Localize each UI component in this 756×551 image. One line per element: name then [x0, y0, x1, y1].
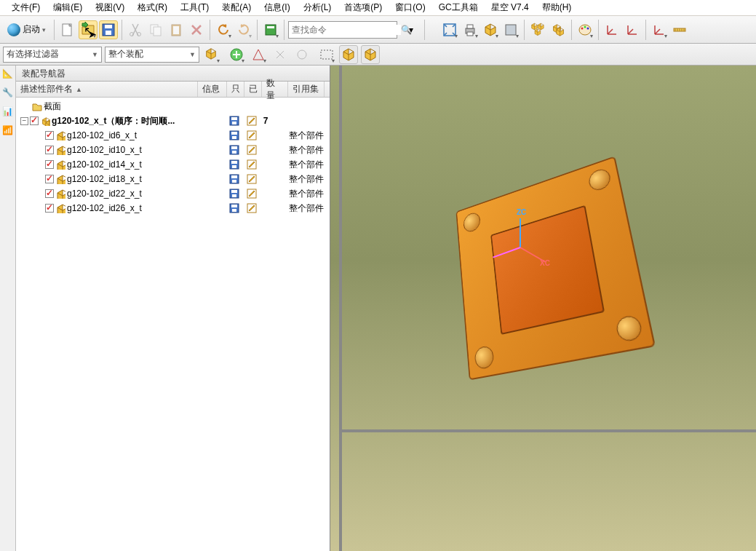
tree-child-row[interactable]: g120-102_id26_x_t整个部件 — [16, 201, 330, 215]
menu-view[interactable]: 视图(V) — [89, 0, 130, 15]
part-icon — [55, 174, 65, 184]
lefticon-2[interactable]: 🔧 — [2, 87, 14, 99]
book-button[interactable] — [261, 20, 280, 39]
header-qty[interactable]: 数量 — [262, 82, 288, 97]
child-ref: 整个部件 — [286, 159, 330, 171]
menu-format[interactable]: 格式(R) — [132, 0, 173, 15]
checkbox[interactable] — [45, 131, 54, 140]
svg-point-28 — [298, 50, 306, 59]
copy-button[interactable] — [146, 20, 165, 39]
part-icon — [55, 189, 65, 199]
measure-button[interactable] — [670, 20, 689, 39]
undo-button[interactable] — [214, 20, 233, 39]
menu-help[interactable]: 帮助(H) — [536, 0, 578, 15]
paste-button[interactable] — [167, 20, 186, 39]
navigator-tree: 截面 − g120-102_x_t（顺序：时间顺... 7 g120-102_i… — [16, 98, 330, 551]
viewport[interactable]: ZC XC — [330, 66, 756, 551]
start-button[interactable]: 启动 ▾ — [3, 22, 50, 38]
part-icon — [55, 159, 65, 170]
new-button[interactable] — [58, 20, 77, 39]
fit-button[interactable] — [440, 20, 459, 39]
menu-edit[interactable]: 编辑(E) — [47, 0, 88, 15]
menu-gctoolbox[interactable]: GC工具箱 — [433, 0, 484, 15]
tree-child-row[interactable]: g120-102_id10_x_t整个部件 — [16, 143, 330, 157]
menu-xingkong[interactable]: 星空 V7.4 — [485, 0, 535, 15]
header-ref[interactable]: 引用集 — [288, 82, 325, 97]
checkbox[interactable] — [45, 204, 54, 213]
header-name[interactable]: 描述性部件名▲ — [16, 82, 198, 97]
cube-btn-a[interactable] — [339, 45, 358, 64]
edit-icon — [247, 116, 257, 126]
open-button[interactable]: ↖ ➤ — [79, 20, 98, 39]
globe-icon — [7, 23, 20, 36]
folder-icon — [32, 101, 42, 111]
save-icon — [229, 189, 239, 199]
select-mode-1[interactable] — [202, 45, 221, 64]
lefticon-3[interactable]: 📊 — [2, 106, 14, 118]
tree-child-row[interactable]: g120-102_id6_x_t整个部件 — [16, 128, 330, 143]
select-mode-4[interactable] — [271, 45, 290, 64]
palette-button[interactable] — [576, 20, 594, 39]
filter-combo-2[interactable]: 整个装配▼ — [105, 47, 199, 63]
menu-tools[interactable]: 工具(T) — [175, 0, 215, 15]
cut-button[interactable] — [126, 20, 145, 39]
model-3d[interactable] — [418, 146, 665, 393]
menu-assembly[interactable]: 装配(A) — [216, 0, 257, 15]
child-name: g120-102_id14_x_t — [67, 159, 142, 170]
checkbox[interactable] — [45, 146, 54, 154]
select-mode-5[interactable] — [293, 45, 311, 64]
axes-btn3[interactable] — [650, 20, 669, 39]
lefticon-1[interactable]: 📐 — [2, 68, 14, 80]
menu-analysis[interactable]: 分析(L) — [298, 0, 338, 15]
checkbox[interactable] — [45, 175, 54, 183]
header-ro[interactable]: 已 — [244, 82, 262, 97]
search-dropdown[interactable]: ▾ — [402, 20, 421, 39]
navigator-headers: 描述性部件名▲ 信息 只 已 数量 引用集 — [16, 82, 330, 98]
axes-btn2[interactable] — [623, 20, 642, 39]
main-toolbar: 启动 ▾ ↖ ➤ 🔍 ▾ — [0, 16, 756, 44]
header-only[interactable]: 只 — [227, 82, 244, 97]
expander-icon[interactable]: − — [20, 117, 28, 125]
tree-root-row[interactable]: − g120-102_x_t（顺序：时间顺... 7 — [16, 114, 330, 128]
vertical-splitter[interactable] — [339, 66, 342, 551]
checkbox[interactable] — [30, 116, 39, 125]
shade-button[interactable] — [501, 20, 520, 39]
search-input[interactable] — [292, 25, 401, 35]
redo-button[interactable] — [234, 20, 253, 39]
assembly-icon1[interactable] — [528, 20, 547, 39]
lefticon-4[interactable]: 📶 — [2, 125, 14, 137]
assembly-icon2[interactable] — [549, 20, 568, 39]
edit-icon — [247, 159, 257, 170]
printer-button[interactable] — [461, 20, 480, 39]
dashrect-button[interactable] — [317, 45, 336, 64]
axes-btn1[interactable] — [602, 20, 621, 39]
menu-preferences[interactable]: 首选项(P) — [338, 0, 388, 15]
menu-info[interactable]: 信息(I) — [258, 0, 295, 15]
edit-icon — [247, 203, 257, 213]
part-icon — [55, 203, 65, 213]
select-mode-2[interactable] — [227, 45, 246, 64]
checkbox[interactable] — [45, 189, 54, 198]
checkbox[interactable] — [45, 160, 54, 169]
select-mode-3[interactable] — [249, 45, 268, 64]
save-icon — [229, 203, 239, 213]
wireframe-button[interactable] — [481, 20, 500, 39]
edit-icon — [247, 145, 257, 155]
tree-child-row[interactable]: g120-102_id14_x_t整个部件 — [16, 157, 330, 172]
command-search[interactable]: 🔍 — [288, 21, 397, 39]
header-info[interactable]: 信息 — [198, 82, 227, 97]
save-icon — [229, 174, 239, 184]
root-qty: 7 — [260, 116, 287, 126]
menu-file[interactable]: 文件(F) — [6, 0, 46, 15]
tree-child-row[interactable]: g120-102_id22_x_t整个部件 — [16, 186, 330, 201]
part-icon — [55, 130, 65, 140]
tree-section-row[interactable]: 截面 — [16, 99, 330, 114]
delete-button[interactable] — [187, 20, 206, 39]
horizontal-splitter[interactable] — [342, 429, 756, 432]
save-button[interactable] — [99, 20, 118, 39]
cube-btn-b[interactable] — [361, 45, 380, 64]
tree-child-row[interactable]: g120-102_id18_x_t整个部件 — [16, 172, 330, 186]
filter-combo-1[interactable]: 有选择过滤器▼ — [3, 47, 102, 63]
menu-window[interactable]: 窗口(O) — [389, 0, 431, 15]
save-icon — [229, 159, 239, 170]
